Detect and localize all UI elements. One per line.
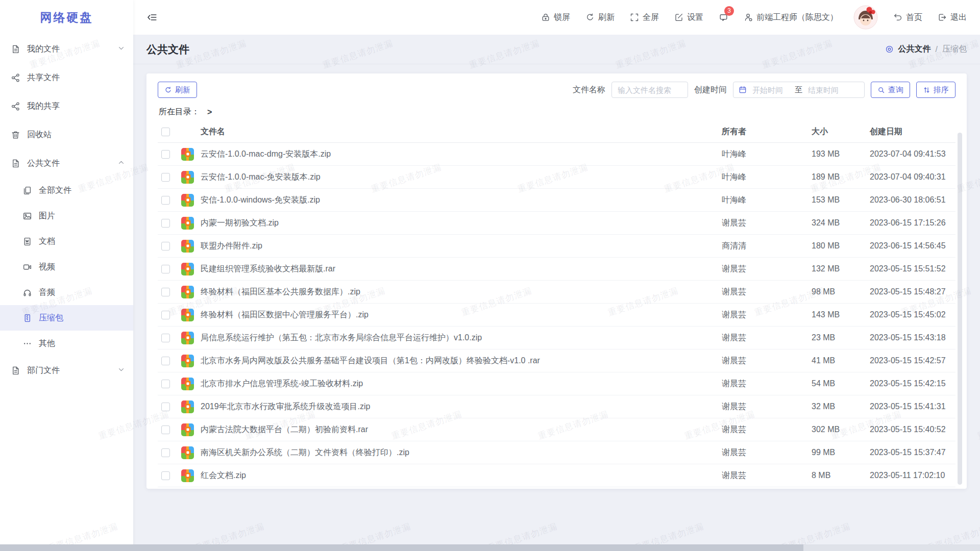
page-header: 公共文件 公共文件 / 压缩包 <box>133 35 980 64</box>
sidebar-item-all-files[interactable]: 全部文件 <box>0 178 133 203</box>
zip-file-icon <box>181 263 194 276</box>
start-date-input[interactable] <box>751 85 790 95</box>
table-row[interactable]: 内蒙古法院大数据平台（二期）初验前资料.rar谢晨芸302 MB2023-05-… <box>158 418 955 441</box>
logout-button[interactable]: 退出 <box>938 12 967 23</box>
file-name[interactable]: 南海区机关新办公系统（二期）文件资料（终验打印）.zip <box>201 447 722 458</box>
topbar-actions: 锁屏 刷新 全屏 <box>541 5 967 30</box>
column-header-owner: 所有者 <box>722 127 812 137</box>
sidebar-item-others[interactable]: 其他 <box>0 331 133 356</box>
file-created: 2023-06-15 17:15:26 <box>870 218 955 228</box>
file-name[interactable]: 民建组织管理系统验收文档最新版.rar <box>201 264 722 274</box>
file-name[interactable]: 安信-1.0.0-windows-免安装版.zip <box>201 195 722 206</box>
page-title: 公共文件 <box>146 42 189 57</box>
table-row[interactable]: 局信息系统运行维护（第五包：北京市水务局综合信息平台运行维护）v1.0.zip谢… <box>158 327 955 349</box>
query-button[interactable]: 查询 <box>871 82 910 98</box>
row-checkbox[interactable] <box>161 219 170 228</box>
file-name[interactable]: 内蒙古法院大数据平台（二期）初验前资料.rar <box>201 424 722 435</box>
filename-search-input[interactable] <box>611 82 688 98</box>
file-name[interactable]: 内蒙一期初验文档.zip <box>201 218 722 229</box>
file-name[interactable]: 局信息系统运行维护（第五包：北京市水务局综合信息平台运行维护）v1.0.zip <box>201 333 722 343</box>
file-created: 2023-05-15 15:37:47 <box>870 448 955 457</box>
table-vertical-scrollbar[interactable] <box>958 133 962 485</box>
table-row[interactable]: 红会文档.zip谢晨芸8 MB2023-05-11 17:02:10 <box>158 464 955 487</box>
refresh-list-button[interactable]: 刷新 <box>158 82 197 98</box>
table-row[interactable]: 云安信-1.0.0-mac-dmg-安装版本.zip叶海峰193 MB2023-… <box>158 143 955 166</box>
chevron-up-icon <box>118 159 125 166</box>
breadcrumb-parent[interactable]: 公共文件 <box>898 44 931 55</box>
notifications-button[interactable]: 3 <box>719 13 728 22</box>
table-row[interactable]: 内蒙一期初验文档.zip谢晨芸324 MB2023-06-15 17:15:26 <box>158 212 955 235</box>
file-name[interactable]: 2019年北京市水行政审批系统升级改造项目.zip <box>201 402 722 412</box>
sort-button[interactable]: 排序 <box>916 82 955 98</box>
sidebar-item-documents[interactable]: 文档 <box>0 229 133 254</box>
table-row[interactable]: 联盟办件附件.zip商清清180 MB2023-06-15 14:56:45 <box>158 235 955 258</box>
file-name[interactable]: 云安信-1.0.0-mac-dmg-安装版本.zip <box>201 149 722 160</box>
file-size: 324 MB <box>812 218 870 228</box>
directory-root-separator[interactable]: > <box>207 108 212 117</box>
table-row[interactable]: 终验材料（福田区数据中心管理服务平台）.zip谢晨芸143 MB2023-05-… <box>158 304 955 327</box>
row-checkbox[interactable] <box>161 334 170 342</box>
end-date-input[interactable] <box>807 85 846 95</box>
file-name[interactable]: 北京市排水户信息管理系统-竣工验收材料.zip <box>201 379 722 389</box>
sidebar-item-audio[interactable]: 音频 <box>0 280 133 305</box>
table-row[interactable]: 云安信-1.0.0-mac-免安装版本.zip叶海峰189 MB2023-07-… <box>158 166 955 189</box>
refresh-page-button[interactable]: 刷新 <box>585 12 615 23</box>
user-menu[interactable]: 前端工程师（陈思文） <box>744 12 838 23</box>
date-range-picker[interactable]: 至 <box>733 82 865 98</box>
sidebar-item-my-files[interactable]: 我的文件 <box>0 35 133 63</box>
table-row[interactable]: 北京市水务局内网改版及公共服务基础平台建设项目（第1包：内网改版）终验验文档-v… <box>158 349 955 372</box>
table-row[interactable]: 安信-1.0.0-windows-免安装版.zip叶海峰153 MB2023-0… <box>158 189 955 212</box>
row-checkbox[interactable] <box>161 173 170 182</box>
sidebar-item-shared-files[interactable]: 共享文件 <box>0 63 133 92</box>
horizontal-scrollbar-thumb[interactable] <box>0 544 803 551</box>
page-horizontal-scrollbar[interactable] <box>0 544 980 551</box>
sidebar-item-archives[interactable]: 压缩包 <box>0 305 133 331</box>
table-row[interactable]: 民建组织管理系统验收文档最新版.rar谢晨芸132 MB2023-05-15 1… <box>158 258 955 281</box>
avatar[interactable] <box>853 5 878 30</box>
row-checkbox[interactable] <box>161 471 170 480</box>
scrollbar-thumb[interactable] <box>958 133 962 485</box>
sidebar-item-public-files[interactable]: 公共文件 <box>0 149 133 178</box>
table-row[interactable]: 南海区机关新办公系统（二期）文件资料（终验打印）.zip谢晨芸99 MB2023… <box>158 441 955 464</box>
sidebar-item-images[interactable]: 图片 <box>0 203 133 229</box>
sidebar-item-label: 公共文件 <box>27 158 60 169</box>
row-checkbox[interactable] <box>161 403 170 411</box>
table-row[interactable]: 2019年北京市水行政审批系统升级改造项目.zip谢晨芸32 MB2023-05… <box>158 395 955 418</box>
file-size: 41 MB <box>812 356 870 365</box>
file-name[interactable]: 联盟办件附件.zip <box>201 241 722 252</box>
home-button[interactable]: 首页 <box>893 12 922 23</box>
file-name[interactable]: 红会文档.zip <box>201 470 722 481</box>
row-checkbox[interactable] <box>161 196 170 205</box>
zip-file-icon <box>181 423 194 436</box>
sidebar-item-videos[interactable]: 视频 <box>0 254 133 280</box>
file-name[interactable]: 北京市水务局内网改版及公共服务基础平台建设项目（第1包：内网改版）终验验文档-v… <box>201 356 722 366</box>
file-icon <box>11 366 20 375</box>
sidebar-collapse-button[interactable] <box>147 12 157 22</box>
sidebar-item-department-files[interactable]: 部门文件 <box>0 356 133 385</box>
row-checkbox[interactable] <box>161 288 170 296</box>
location-icon <box>885 45 894 54</box>
refresh-icon <box>585 13 595 22</box>
file-name[interactable]: 云安信-1.0.0-mac-免安装版本.zip <box>201 172 722 183</box>
sidebar-item-recycle-bin[interactable]: 回收站 <box>0 120 133 149</box>
lock-screen-button[interactable]: 锁屏 <box>541 12 570 23</box>
settings-button[interactable]: 设置 <box>674 12 703 23</box>
app-root: 网络硬盘 我的文件共享文件我的共享回收站公共文件全部文件图片文档视频音频压缩包其… <box>0 0 980 551</box>
row-checkbox[interactable] <box>161 311 170 319</box>
file-name[interactable]: 终验材料（福田区基本公共服务数据库）.zip <box>201 287 722 297</box>
row-checkbox[interactable] <box>161 265 170 273</box>
table-row[interactable]: 终验材料（福田区基本公共服务数据库）.zip谢晨芸98 MB2023-05-15… <box>158 281 955 304</box>
row-checkbox[interactable] <box>161 380 170 388</box>
row-checkbox[interactable] <box>161 242 170 251</box>
fullscreen-button[interactable]: 全屏 <box>630 12 659 23</box>
select-all-checkbox[interactable] <box>161 128 170 136</box>
fullscreen-label: 全屏 <box>643 12 659 23</box>
sidebar-item-my-shares[interactable]: 我的共享 <box>0 92 133 120</box>
table-row[interactable]: 北京市排水户信息管理系统-竣工验收材料.zip谢晨芸54 MB2023-05-1… <box>158 372 955 395</box>
row-checkbox[interactable] <box>161 357 170 365</box>
file-name[interactable]: 终验材料（福田区数据中心管理服务平台）.zip <box>201 310 722 320</box>
row-checkbox[interactable] <box>161 448 170 457</box>
row-checkbox[interactable] <box>161 150 170 159</box>
file-icon <box>11 159 20 168</box>
row-checkbox[interactable] <box>161 425 170 434</box>
